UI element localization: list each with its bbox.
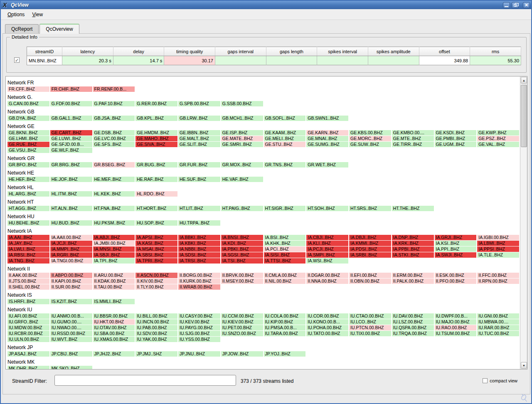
stream-cell[interactable]: IU.XMAS.00.BHZ [93,337,135,342]
stream-cell[interactable]: IA.KASI..BHZ [135,241,177,246]
stream-cell[interactable]: IA.PBKI..BHZ [221,246,263,252]
stream-cell[interactable]: GR.BFO..BHZ [7,162,49,168]
stream-cell[interactable]: IA.BBKI..BHZ [178,235,220,240]
stream-cell[interactable]: HU.BEHE..BHZ [7,220,49,226]
stream-cell[interactable]: IU.YAK.00.BHZ [135,337,177,342]
stream-cell[interactable]: IU.YSS.00.BHZ [178,337,220,342]
stream-cell[interactable]: GE.RUE..BHZ [7,142,49,147]
stream-cell[interactable]: FR.CFF..BHZ [7,86,49,92]
stream-cell[interactable]: GB.MCH1..BHZ [221,116,263,121]
stream-cell[interactable]: IA.KSI..BHZ [435,241,477,246]
stream-cell[interactable]: IU.CTAO.00.BHZ [349,313,391,319]
stream-cell[interactable]: II.ERM.00.BHZ [392,273,434,278]
stream-cell[interactable]: II.TLY.00.BHZ [135,284,177,290]
stream-cell[interactable]: IU.LCO..BHZ [349,319,391,325]
stream-cell[interactable]: IA.KBKI..BHZ [178,241,220,246]
scroll-up-icon[interactable]: ▲ [521,77,527,84]
detail-value-cell[interactable]: 349.88 [419,56,470,65]
stream-cell[interactable]: IU.PMSA.00.B... [264,325,306,330]
stream-cell[interactable]: II.TAU.00.BHZ [93,284,135,290]
stream-cell[interactable]: IA.AAII.00.BHZ [50,235,92,240]
stream-cell[interactable]: GE.SLIT..BHZ [178,142,220,147]
stream-cell[interactable]: IA.SBSI..BHZ [135,252,177,258]
stream-cell[interactable]: GE.CART..BHZ [50,130,92,135]
stream-cell[interactable]: HL.ITM..BHZ [50,191,92,197]
stream-cell[interactable]: IA.CBJI..BHZ [306,235,348,240]
stream-cell[interactable]: GB.KPL..BHZ [135,116,177,121]
stream-cell[interactable]: IU.INCN.00.BHZ [135,319,177,325]
stream-cell[interactable]: IU.PAYG.00.BHZ [178,325,220,330]
stream-cell[interactable]: IU.MAJO.00.BHZ [435,319,477,325]
stream-cell[interactable]: GR.FUR..BHZ [178,162,220,168]
stream-cell[interactable]: GB.JSA..BHZ [93,116,135,121]
stream-cell[interactable]: G.SPB.00.BHZ [178,101,220,106]
stream-cell[interactable]: G.PAF.10.BHZ [93,101,135,106]
stream-cell[interactable]: FR.CHIF..BHZ [50,86,92,92]
stream-cell[interactable]: IA.PPBI..BHZ [392,246,434,252]
stream-cell[interactable]: IU.SDV.00.BHZ [135,331,177,336]
detail-streamid-cell[interactable]: MN.BNI..BHZ [27,56,62,65]
stream-cell[interactable]: IA.SRBI..BHZ [349,252,391,258]
stream-cell[interactable]: HT.ALN..BHZ [50,206,92,211]
stream-cell[interactable]: II.PFO.00.BHZ [435,278,477,284]
stream-cell[interactable]: GE.MALT..BHZ [178,136,220,141]
stream-cell[interactable]: IA.PCJI..BHZ [306,246,348,252]
stream-cell[interactable]: GE.IBBN..BHZ [178,130,220,135]
stream-cell[interactable]: IU.MBWA.00.... [477,319,519,325]
stream-cell[interactable]: II.PALK.00.BHZ [392,278,434,284]
stream-cell[interactable]: II.KURK.00.BHZ [178,278,220,284]
detail-col-header[interactable]: timing quality [164,47,215,56]
stream-cell[interactable]: GR.TNS..BHZ [264,162,306,168]
detail-col-header[interactable]: rms [470,47,521,56]
stream-cell[interactable]: IU.KEV.00.BHZ [178,319,220,325]
stream-cell[interactable]: HT.SOH..BHZ [306,206,348,211]
stream-cell[interactable]: IA.WSI..BHZ [306,258,348,264]
stream-cell[interactable]: GE.SMRI..BHZ [221,142,263,147]
stream-cell[interactable]: IA.JCJI..BHZ [50,241,92,246]
stream-cell[interactable]: GE.KSDI..BHZ [435,130,477,135]
stream-cell[interactable]: IA.TNG..BHZ [7,258,49,264]
stream-cell[interactable]: GE.SFJD.00.B... [50,142,92,147]
stream-cell[interactable]: IA.KDI..BHZ [221,241,263,246]
menu-view[interactable]: View [29,10,46,19]
stream-cell[interactable]: HT.SIGR..BHZ [264,206,306,211]
stream-cell[interactable]: II.RPN.00.BHZ [477,278,519,284]
stream-cell[interactable]: HT.SRS..BHZ [349,206,391,211]
stream-cell[interactable]: GE.MORC..BHZ [349,136,391,141]
stream-cell[interactable]: GE.STU..BHZ [264,142,306,147]
stream-cell[interactable]: GE.SUMG..BHZ [306,142,348,147]
stream-cell[interactable]: G.FDF.00.BHZ [50,101,92,106]
stream-cell[interactable]: IA.STKI..BHZ [392,252,434,258]
stream-cell[interactable]: IU.LSZ.00.BHZ [392,319,434,325]
stream-cell[interactable]: IA.BSI..BHZ [264,235,306,240]
stream-cell[interactable]: HT.LIT..BHZ [178,206,220,211]
detail-col-header[interactable]: streamID [27,47,62,56]
stream-cell[interactable]: GR.BSEG..BHZ [93,162,135,168]
stream-cell[interactable]: IU.TIXI.00.BHZ [349,331,391,336]
stream-cell[interactable]: IA.DBJI..BHZ [349,235,391,240]
detail-row-checkbox[interactable]: ✓ [14,57,20,63]
stream-cell[interactable]: IA.SBJI..BHZ [93,252,135,258]
stream-cell[interactable]: II.ABPO.00.BHZ [50,273,92,278]
stream-cell[interactable]: IU.QSPA.00.BHZ [392,325,434,330]
detail-value-cell[interactable] [215,56,266,65]
stream-cell[interactable]: IU.POHA.00.BHZ [306,325,348,330]
stream-cell[interactable]: IU.DWPF.00.B... [435,313,477,319]
detail-value-cell[interactable]: 55.30 [470,56,521,65]
stream-cell[interactable]: GR.MOX..BHZ [221,162,263,168]
stream-cell[interactable]: II.OBN.00.BHZ [349,278,391,284]
stream-cell[interactable]: IU.RSSD.00.BHZ [50,331,92,336]
stream-cell[interactable]: IA.TTSI..BHZ [264,258,306,264]
stream-cell[interactable]: G.RER.00.BHZ [135,101,177,106]
stream-cell[interactable]: IA.TPRI..BHZ [135,258,177,264]
stream-cell[interactable]: IA.SWJI..BHZ [435,252,477,258]
stream-cell[interactable]: IA.PPI..BHZ [435,246,477,252]
stream-cell[interactable]: IU.GUMO.00.... [50,319,92,325]
stream-cell[interactable]: IA.LBMI..BHZ [477,241,519,246]
stream-cell[interactable]: GE.PMBI..BHZ [435,136,477,141]
stream-cell[interactable]: IA.DNP..BHZ [392,235,434,240]
stream-cell[interactable]: IU.PAB.00.BHZ [135,325,177,330]
stream-cell[interactable]: HT.HORT..BHZ [135,206,177,211]
stream-cell[interactable]: IU.GRFO..BHZ [7,319,49,325]
stream-cell[interactable]: GE.WLF..BHZ [50,148,92,153]
